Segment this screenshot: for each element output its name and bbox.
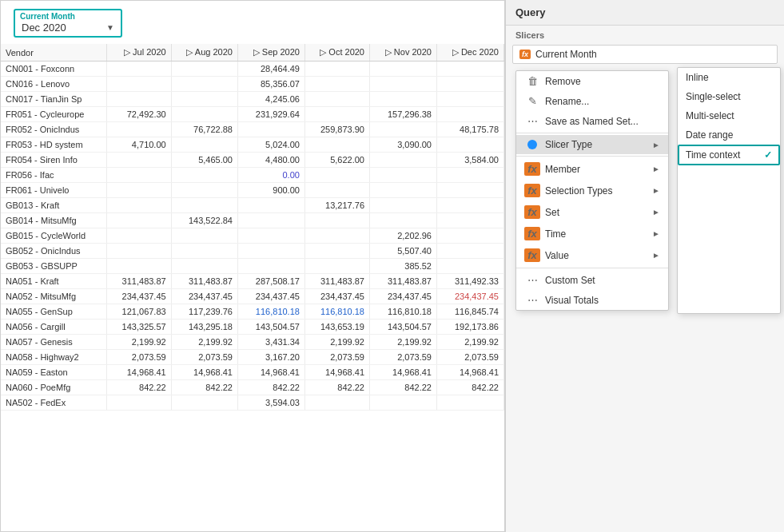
value-menu-item[interactable]: fx Value ► bbox=[516, 244, 668, 266]
sep-cell bbox=[237, 228, 304, 244]
table-row: NA055 - GenSup121,067.83117,239.76116,81… bbox=[1, 304, 504, 320]
value-fn-icon: fx bbox=[524, 248, 540, 262]
sep-cell: 842.22 bbox=[237, 380, 304, 395]
jul-cell: 121,067.83 bbox=[107, 304, 171, 320]
time-menu-item[interactable]: fx Time ► bbox=[516, 223, 668, 244]
aug-cell: 14,968.41 bbox=[171, 365, 237, 380]
dec-cell bbox=[436, 198, 503, 213]
custom-set-menu-item[interactable]: ⋯ Custom Set bbox=[516, 270, 668, 290]
save-named-set-menu-item[interactable]: ⋯ Save as Named Set... bbox=[516, 111, 668, 131]
slicer-item[interactable]: fx Current Month bbox=[512, 45, 778, 64]
visual-totals-menu-item[interactable]: ⋯ Visual Totals bbox=[516, 290, 668, 310]
nov-cell: 311,483.87 bbox=[370, 274, 437, 289]
slicer-value: Dec 2020 bbox=[22, 22, 66, 34]
vendor-cell: NA051 - Kraft bbox=[1, 274, 107, 289]
sep-cell: 116,810.18 bbox=[237, 304, 304, 320]
dec-cell bbox=[436, 183, 503, 198]
sep-cell: 4,245.06 bbox=[237, 92, 304, 107]
sep-cell: 231,929.64 bbox=[237, 107, 304, 122]
sep-cell bbox=[237, 213, 304, 228]
jul-cell bbox=[107, 395, 171, 411]
jul-cell bbox=[107, 122, 171, 137]
dots-icon: ⋯ bbox=[524, 115, 540, 127]
submenu-inline[interactable]: Inline bbox=[678, 68, 780, 87]
aug-cell bbox=[171, 168, 237, 183]
aug-cell bbox=[171, 259, 237, 274]
oct-cell bbox=[304, 395, 369, 411]
table-row: NA058 - Highway22,073.592,073.593,167.20… bbox=[1, 350, 504, 365]
table-row: GB013 - Kraft13,217.76 bbox=[1, 198, 504, 213]
jul-cell bbox=[107, 213, 171, 228]
aug-cell bbox=[171, 137, 237, 153]
submenu-time-context[interactable]: Time context ✓ bbox=[678, 145, 780, 165]
jul-cell bbox=[107, 77, 171, 92]
submenu-date-range[interactable]: Date range bbox=[678, 125, 780, 145]
sep-cell: 3,431.34 bbox=[237, 335, 304, 350]
jul-cell bbox=[107, 153, 171, 168]
chevron-down-icon: ▼ bbox=[106, 23, 114, 32]
dec-cell bbox=[436, 62, 503, 77]
vendor-cell: FR051 - Cycleurope bbox=[1, 107, 107, 122]
dec-col-header: ▷ Dec 2020 bbox=[436, 44, 503, 62]
table-row: NA057 - Genesis2,199.922,199.923,431.342… bbox=[1, 335, 504, 350]
vendor-cell: NA059 - Easton bbox=[1, 365, 107, 380]
sep-cell: 5,024.00 bbox=[237, 137, 304, 153]
jul-cell: 143,325.57 bbox=[107, 320, 171, 335]
dec-cell bbox=[436, 168, 503, 183]
save-named-set-label: Save as Named Set... bbox=[545, 116, 639, 127]
fx-icon: fx bbox=[519, 50, 531, 59]
dec-cell: 2,199.92 bbox=[436, 335, 503, 350]
vendor-cell: FR054 - Siren Info bbox=[1, 153, 107, 168]
sep-cell: 3,167.20 bbox=[237, 350, 304, 365]
vendor-cell: CN016 - Lenovo bbox=[1, 77, 107, 92]
table-row: GB053 - GBSUPP385.52 bbox=[1, 259, 504, 274]
selection-types-menu-item[interactable]: fx Selection Types ► bbox=[516, 180, 668, 201]
aug-cell bbox=[171, 244, 237, 259]
table-row: CN001 - Foxconn28,464.49 bbox=[1, 62, 504, 77]
rename-label: Rename... bbox=[545, 96, 589, 107]
dec-cell bbox=[436, 107, 503, 122]
oct-cell bbox=[304, 107, 369, 122]
rename-menu-item[interactable]: ✎ Rename... bbox=[516, 91, 668, 111]
jul-cell: 4,710.00 bbox=[107, 137, 171, 153]
date-range-label: Date range bbox=[686, 129, 733, 141]
submenu-multi-select[interactable]: Multi-select bbox=[678, 106, 780, 125]
slicer-type-menu-item[interactable]: Slicer Type ► bbox=[516, 135, 668, 154]
oct-cell: 2,073.59 bbox=[304, 350, 369, 365]
oct-cell: 311,483.87 bbox=[304, 274, 369, 289]
oct-cell: 842.22 bbox=[304, 380, 369, 395]
submenu-single-select[interactable]: Single-select bbox=[678, 87, 780, 106]
vendor-col-header: Vendor bbox=[1, 44, 107, 62]
slicer-type-submenu: Inline Single-select Multi-select Date r… bbox=[677, 67, 781, 314]
sep-cell: 900.00 bbox=[237, 183, 304, 198]
dec-cell bbox=[436, 259, 503, 274]
sep-cell: 0.00 bbox=[237, 168, 304, 183]
aug-cell: 234,437.45 bbox=[171, 289, 237, 304]
nov-cell bbox=[370, 62, 437, 77]
aug-cell: 2,199.92 bbox=[171, 335, 237, 350]
vendor-cell: NA057 - Genesis bbox=[1, 335, 107, 350]
dec-cell: 116,845.74 bbox=[436, 304, 503, 320]
oct-cell: 234,437.45 bbox=[304, 289, 369, 304]
vendor-cell: GB053 - GBSUPP bbox=[1, 259, 107, 274]
aug-cell bbox=[171, 77, 237, 92]
vendor-cell: NA058 - Highway2 bbox=[1, 350, 107, 365]
aug-cell bbox=[171, 107, 237, 122]
slicer-type-label: Slicer Type bbox=[545, 139, 592, 150]
set-menu-item[interactable]: fx Set ► bbox=[516, 201, 668, 223]
table-row: NA051 - Kraft311,483.87311,483.87287,508… bbox=[1, 274, 504, 289]
slicer-item-label: Current Month bbox=[535, 49, 597, 60]
table-row: CN016 - Lenovo85,356.07 bbox=[1, 77, 504, 92]
context-menu: 🗑 Remove ✎ Rename... ⋯ Save as Named Set… bbox=[515, 70, 669, 311]
dec-cell: 14,968.41 bbox=[436, 365, 503, 380]
jul-cell bbox=[107, 183, 171, 198]
member-arrow-icon: ► bbox=[652, 165, 660, 173]
table-row: CN017 - TianJin Sp4,245.06 bbox=[1, 92, 504, 107]
nov-cell bbox=[370, 92, 437, 107]
visual-totals-label: Visual Totals bbox=[545, 295, 599, 306]
nov-cell: 14,968.41 bbox=[370, 365, 437, 380]
member-menu-item[interactable]: fx Member ► bbox=[516, 158, 668, 180]
slicer-dropdown[interactable]: Dec 2020 ▼ bbox=[20, 21, 116, 34]
remove-menu-item[interactable]: 🗑 Remove bbox=[516, 71, 668, 91]
nov-cell: 2,199.92 bbox=[370, 335, 437, 350]
